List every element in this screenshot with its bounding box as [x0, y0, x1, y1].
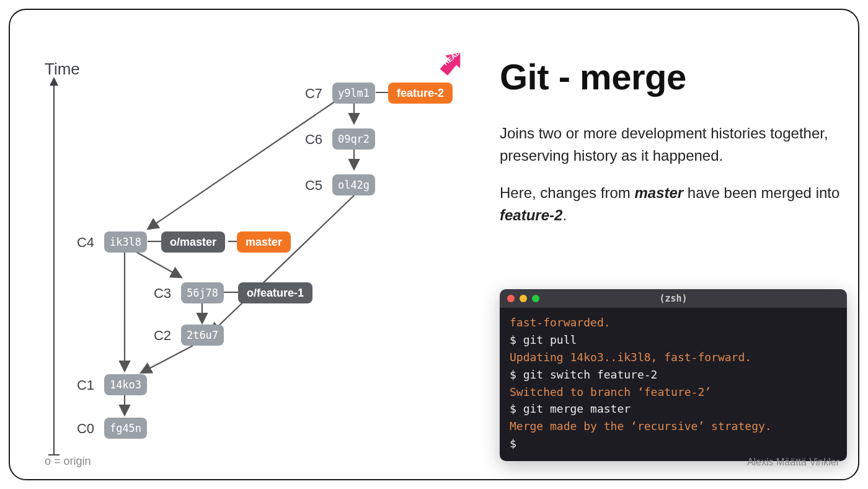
- commit-graph: C7 y9lm1 feature-2 HEAD C6 09qr2 C5 ol42…: [72, 60, 494, 457]
- svg-line-6: [142, 346, 193, 372]
- explanation-column: Git - merge Joins two or more developmen…: [500, 56, 847, 241]
- terminal-command: $ git switch feature-2: [510, 366, 837, 384]
- graph-edges: [72, 60, 494, 457]
- commit-label-c7: C7: [300, 86, 322, 102]
- commit-label-c1: C1: [72, 377, 94, 393]
- origin-legend: o = origin: [45, 455, 91, 468]
- svg-line-4: [134, 251, 180, 277]
- commit-node-c5: ol42g: [332, 174, 375, 195]
- commit-label-c5: C5: [300, 177, 322, 194]
- terminal-output: Merge made by the ‘recursive’ strategy.: [510, 418, 837, 435]
- terminal-titlebar: (zsh): [500, 289, 847, 308]
- ref-o-master: o/master: [161, 231, 225, 253]
- terminal-command: $: [510, 435, 837, 452]
- terminal-output: Updating 14ko3..ik3l8, fast-forward.: [510, 349, 837, 366]
- branch-master: master: [237, 231, 291, 253]
- commit-label-c2: C2: [149, 328, 171, 344]
- commit-label-c6: C6: [300, 132, 322, 148]
- terminal-window: (zsh) fast-forwarded.$ git pullUpdating …: [500, 289, 847, 461]
- terminal-body[interactable]: fast-forwarded.$ git pullUpdating 14ko3.…: [500, 308, 847, 461]
- commit-label-c0: C0: [72, 421, 94, 437]
- terminal-output: Switched to branch ‘feature-2’: [510, 384, 837, 401]
- commit-label-c3: C3: [149, 285, 171, 302]
- commit-node-c7: y9lm1: [332, 83, 375, 104]
- terminal-title: (zsh): [500, 293, 847, 304]
- svg-line-3: [149, 100, 337, 228]
- time-axis: [53, 78, 55, 455]
- commit-node-c3: 56j78: [181, 282, 224, 303]
- terminal-command: $ git merge master: [510, 400, 837, 418]
- head-pointer: HEAD: [433, 45, 470, 82]
- commit-node-c2: 2t6u7: [181, 325, 224, 346]
- branch-feature-2: feature-2: [388, 83, 453, 104]
- terminal-command: $ git pull: [510, 331, 837, 349]
- commit-node-c6: 09qr2: [332, 128, 375, 150]
- description-2: Here, changes from master have been merg…: [500, 182, 847, 227]
- terminal-output: fast-forwarded.: [510, 314, 837, 331]
- svg-line-2: [211, 195, 354, 333]
- commit-node-c0: fg45n: [104, 418, 147, 439]
- ref-o-feature-1: o/feature-1: [238, 282, 312, 303]
- commit-node-c4: ik3l8: [104, 231, 147, 253]
- commit-node-c1: 14ko3: [104, 374, 147, 395]
- page-title: Git - merge: [500, 56, 847, 97]
- description-1: Joins two or more development histories …: [500, 122, 847, 167]
- author-credit: Alexis Määttä Vinkler: [747, 457, 839, 468]
- commit-label-c4: C4: [72, 235, 94, 251]
- diagram-frame: Time o = origin: [9, 9, 859, 480]
